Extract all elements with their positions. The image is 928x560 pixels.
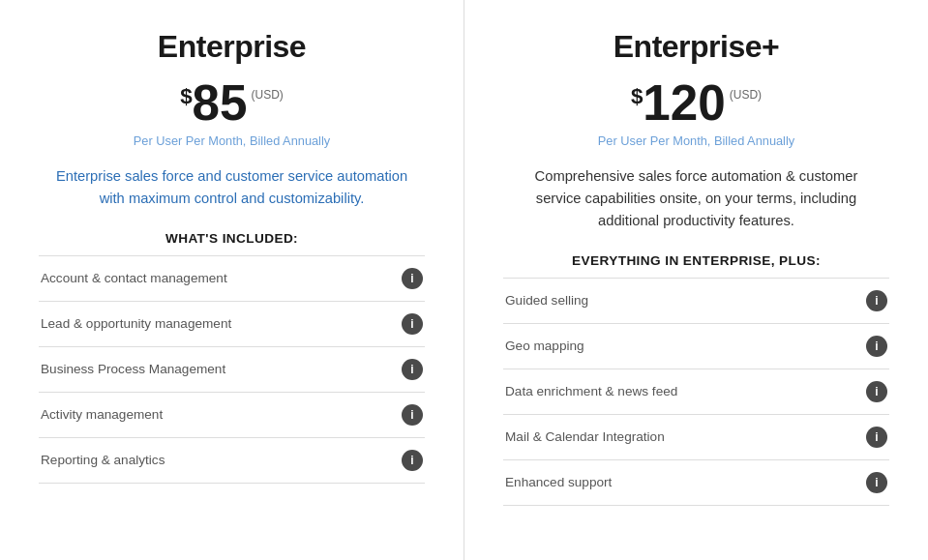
price-sign-enterprise-plus: $ <box>631 84 643 109</box>
feature-row: Geo mapping i <box>503 324 889 369</box>
feature-name: Lead & opportunity management <box>41 316 231 331</box>
feature-row: Activity management i <box>39 393 425 438</box>
feature-row: Guided selling i <box>503 279 889 324</box>
info-icon[interactable]: i <box>402 359 423 380</box>
feature-name: Business Process Management <box>41 362 225 376</box>
info-icon[interactable]: i <box>402 268 423 289</box>
price-amount-enterprise-plus: 120 <box>643 78 725 128</box>
features-label-enterprise: WHAT'S INCLUDED: <box>165 231 298 246</box>
feature-row: Mail & Calendar Integration i <box>503 415 889 460</box>
info-icon[interactable]: i <box>866 381 887 402</box>
price-usd-enterprise-plus: (USD) <box>730 88 762 102</box>
feature-name: Data enrichment & news feed <box>505 384 677 398</box>
plan-title-enterprise: Enterprise <box>158 29 306 65</box>
info-icon[interactable]: i <box>866 427 887 448</box>
feature-name: Reporting & analytics <box>41 453 165 467</box>
feature-row: Lead & opportunity management i <box>39 302 425 347</box>
feature-row: Enhanced support i <box>503 460 889 506</box>
price-row-enterprise-plus: $ 120 (USD) <box>631 78 762 128</box>
price-period-enterprise-plus: Per User Per Month, Billed Annually <box>598 133 794 148</box>
features-label-enterprise-plus: EVERYTHING IN ENTERPRISE, PLUS: <box>572 253 821 268</box>
plan-description-enterprise-plus: Comprehensive sales force automation & c… <box>513 165 881 231</box>
feature-name: Account & contact management <box>41 271 227 285</box>
price-row-enterprise: $ 85 (USD) <box>180 78 284 128</box>
price-usd-enterprise: (USD) <box>252 88 284 102</box>
feature-row: Data enrichment & news feed i <box>503 369 889 415</box>
plan-enterprise-plus: Enterprise+ $ 120 (USD) Per User Per Mon… <box>464 0 928 560</box>
feature-row: Account & contact management i <box>39 256 425 302</box>
pricing-container: Enterprise $ 85 (USD) Per User Per Month… <box>0 0 928 560</box>
plan-title-enterprise-plus: Enterprise+ <box>614 29 779 65</box>
price-amount-enterprise: 85 <box>193 78 248 128</box>
feature-name: Mail & Calendar Integration <box>505 429 665 444</box>
feature-row: Reporting & analytics i <box>39 438 425 484</box>
feature-name: Guided selling <box>505 293 588 308</box>
feature-row: Business Process Management i <box>39 347 425 393</box>
info-icon[interactable]: i <box>402 313 423 335</box>
price-sign-enterprise: $ <box>180 84 192 109</box>
feature-name: Geo mapping <box>505 339 584 353</box>
plan-description-enterprise: Enterprise sales force and customer serv… <box>48 165 416 210</box>
plan-enterprise: Enterprise $ 85 (USD) Per User Per Month… <box>0 0 464 560</box>
info-icon[interactable]: i <box>402 404 423 426</box>
features-list-enterprise: Account & contact management i Lead & op… <box>39 255 425 484</box>
info-icon[interactable]: i <box>866 290 887 311</box>
price-period-enterprise: Per User Per Month, Billed Annually <box>134 133 330 148</box>
info-icon[interactable]: i <box>866 472 887 493</box>
info-icon[interactable]: i <box>866 336 887 357</box>
features-list-enterprise-plus: Guided selling i Geo mapping i Data enri… <box>503 278 889 506</box>
info-icon[interactable]: i <box>402 450 423 471</box>
feature-name: Enhanced support <box>505 475 612 489</box>
feature-name: Activity management <box>41 407 163 422</box>
